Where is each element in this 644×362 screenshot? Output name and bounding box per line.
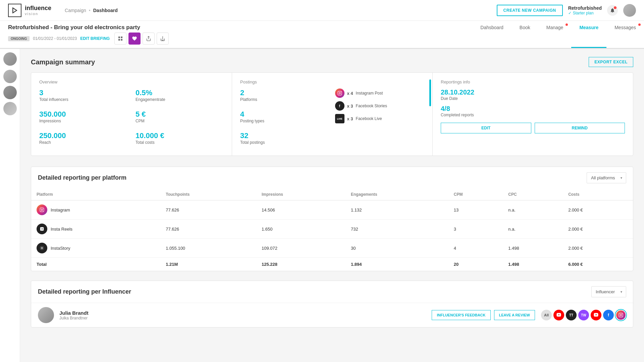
cell-cpc: n.a. <box>503 200 563 220</box>
posting-types-stat: 4 Posting types <box>240 110 283 123</box>
user-area: Retrofurbished ✓ Starter plan <box>568 5 602 15</box>
platform-icon-reels <box>37 224 47 234</box>
filter-youtube2-button[interactable] <box>591 310 601 320</box>
status-badge: ONGOING <box>8 36 30 41</box>
impressions-stat: 350.000 Impressions <box>39 110 127 123</box>
filter-facebook-button[interactable]: f <box>603 310 614 320</box>
table-row: Instagram 77.626 14.506 1.132 13 n.a. 2.… <box>31 200 633 220</box>
platform-dropdown[interactable]: All platforms <box>587 172 626 183</box>
export-excel-button[interactable]: EXPORT EXCEL <box>589 57 633 67</box>
cell-engagements: 1.132 <box>345 200 448 220</box>
notification-button[interactable] <box>607 5 618 16</box>
summary-section-header: Campaign summary EXPORT EXCEL <box>31 57 633 67</box>
sidebar-avatar-2[interactable] <box>3 70 17 83</box>
tab-messages[interactable]: Messages <box>606 21 644 48</box>
logo-text: influence vision <box>25 5 51 16</box>
filter-tiktok-button[interactable]: TT <box>566 310 577 320</box>
platform-reporting-section: Detailed reporting per platform All plat… <box>31 167 633 271</box>
cell-touchpoints: 77.626 <box>160 200 256 220</box>
svg-rect-3 <box>121 37 122 38</box>
cell-touchpoints: 1.055.100 <box>160 239 256 258</box>
svg-rect-9 <box>40 208 44 212</box>
influencer-name: Julia Brandt <box>59 310 89 316</box>
breadcrumb-active: Dashboard <box>93 8 118 13</box>
svg-point-14 <box>620 314 622 316</box>
table-row: Insta Reels 77.626 1.650 732 3 n.a. 2.00… <box>31 220 633 239</box>
breadcrumb-campaign[interactable]: Campaign <box>65 8 86 13</box>
starter-plan: ✓ Starter plan <box>568 11 602 15</box>
share-button[interactable] <box>143 33 155 45</box>
summary-title: Campaign summary <box>31 58 95 66</box>
svg-rect-6 <box>338 91 342 95</box>
tab-measure[interactable]: Measure <box>571 21 606 48</box>
cell-costs: 6.000 € <box>563 258 633 271</box>
cell-touchpoints: 77.626 <box>160 220 256 239</box>
svg-point-12 <box>41 247 43 249</box>
col-impressions: Impresions <box>256 189 345 200</box>
sidebar-avatar-3[interactable] <box>3 86 17 99</box>
grid-view-button[interactable] <box>114 33 126 45</box>
breadcrumb: Campaign • Dashboard <box>65 8 497 13</box>
platform-icon-story <box>37 243 47 253</box>
influencer-reporting-title: Detailed reporting per Influencer <box>38 288 131 295</box>
campaign-dates: 01/01/2022 - 01/01/2023 <box>33 36 77 41</box>
platform-reporting-header: Detailed reporting per platform All plat… <box>31 167 633 189</box>
reportings-label: Reportings info <box>441 79 625 84</box>
col-cpm: CPM <box>448 189 503 200</box>
reach-stat: 250.000 Reach <box>39 131 127 145</box>
cell-cpm: 3 <box>448 220 503 239</box>
platform-icon-ig <box>37 204 47 215</box>
col-platform: Platform <box>31 189 160 200</box>
fb-live-count: x 3 <box>347 116 353 121</box>
influencer-actions: INFLUENCER'S FEEDBACK LEAVE A REVIEW All… <box>432 310 626 320</box>
cell-costs: 2.000 € <box>563 220 633 239</box>
sidebar-avatar-1[interactable] <box>3 52 17 66</box>
postings-label: Postings <box>240 79 424 84</box>
total-postings-stat: 32 Total postings <box>240 131 283 145</box>
ig-count: x 4 <box>347 91 353 96</box>
table-row: Total 1.21M 125.228 1.894 20 1.498 6.000… <box>31 258 633 271</box>
svg-point-7 <box>339 93 340 94</box>
cell-engagements: 732 <box>345 220 448 239</box>
sidebar-avatar-4[interactable] <box>3 102 17 115</box>
influencers-feedback-button[interactable]: INFLUENCER'S FEEDBACK <box>432 310 490 320</box>
cell-costs: 2.000 € <box>563 200 633 220</box>
user-avatar <box>623 4 636 17</box>
create-campaign-button[interactable]: CREATE NEW CAMPAIGN <box>497 5 563 16</box>
remind-button[interactable]: REMIND <box>535 123 625 133</box>
cell-cpc: 1.498 <box>503 258 563 271</box>
engagement-stat: 0.5% Engagementrate <box>136 88 224 102</box>
influencer-row: Julia Brandt Julka Brandtner INFLUENCER'… <box>31 303 633 327</box>
overview-card: Overview 3 Total influencers 0.5% Engage… <box>31 73 232 156</box>
filter-youtube-button[interactable] <box>553 310 564 320</box>
influencer-dropdown-wrap: Influencer <box>591 286 626 297</box>
edit-briefing-link[interactable]: EDIT BRIEFING <box>80 36 110 41</box>
logo-icon <box>8 4 21 17</box>
filter-instagram-button[interactable] <box>615 310 626 320</box>
tab-manage[interactable]: Manage <box>538 21 572 48</box>
influencer-info: Julia Brandt Julka Brandtner <box>59 310 89 320</box>
edit-report-button[interactable]: EDIT <box>441 123 531 133</box>
tab-dashboard[interactable]: Dahsboard <box>472 21 512 48</box>
reportings-card: Reportings info 28.10.2022 Due Date 4/8 … <box>432 73 633 156</box>
table-row: InstaStory 1.055.100 109.072 30 4 1.498 … <box>31 239 633 258</box>
heart-button[interactable] <box>128 33 141 45</box>
export-button[interactable] <box>157 33 169 45</box>
cell-cpm: 4 <box>448 239 503 258</box>
breadcrumb-separator: • <box>89 8 91 13</box>
cell-impressions: 1.650 <box>256 220 345 239</box>
cell-impressions: 125.228 <box>256 258 345 271</box>
influencer-dropdown[interactable]: Influencer <box>591 286 626 297</box>
user-name: Retrofurbished <box>568 5 602 11</box>
tab-book[interactable]: Book <box>512 21 538 48</box>
filter-twitch-button[interactable]: TW <box>578 310 589 320</box>
svg-marker-0 <box>13 8 17 13</box>
col-engagements: Engagements <box>345 189 448 200</box>
filter-all-button[interactable]: All <box>541 310 552 320</box>
due-date-label: Due Date <box>441 96 625 101</box>
influencer-avatar <box>38 307 54 323</box>
leave-review-button[interactable]: LEAVE A REVIEW <box>494 310 535 320</box>
completed-label: Completed reports <box>441 113 625 117</box>
cell-engagements: 30 <box>345 239 448 258</box>
notification-dot <box>614 6 616 9</box>
